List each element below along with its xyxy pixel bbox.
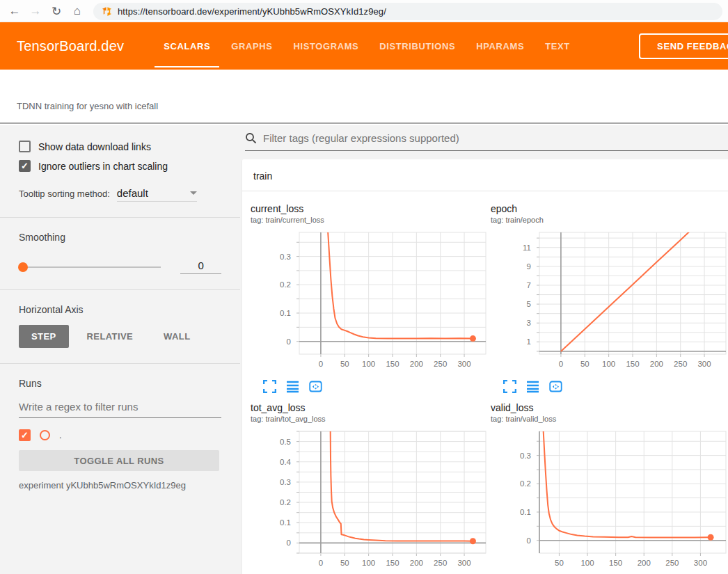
chart-valid-loss: valid_loss tag: train/valid_loss 5010015… — [491, 401, 728, 574]
svg-text:150: 150 — [386, 360, 399, 368]
run-name: . — [59, 430, 62, 440]
tooltip-sorting-row: Tooltip sorting method: default — [19, 187, 221, 202]
url-bar[interactable]: https://tensorboard.dev/experiment/yKUbh… — [93, 3, 722, 20]
svg-text:0: 0 — [319, 360, 323, 368]
fullscreen-icon[interactable] — [503, 380, 516, 393]
tab-histograms[interactable]: HISTOGRAMS — [283, 22, 369, 70]
tooltip-sorting-select[interactable]: default — [117, 187, 197, 202]
chart-epoch: epoch tag: train/epoch 05010015020025030… — [491, 202, 728, 393]
svg-text:150: 150 — [626, 360, 639, 368]
tab-distributions[interactable]: DISTRIBUTIONS — [369, 22, 466, 70]
smoothing-label: Smoothing — [19, 232, 221, 243]
divider — [0, 217, 240, 218]
svg-text:100: 100 — [580, 559, 594, 567]
svg-text:3: 3 — [527, 319, 531, 327]
svg-text:300: 300 — [694, 559, 707, 567]
svg-text:100: 100 — [362, 360, 375, 368]
svg-text:0: 0 — [527, 536, 531, 545]
svg-text:100: 100 — [362, 559, 375, 567]
divider — [0, 363, 240, 364]
step-button[interactable]: STEP — [19, 325, 69, 348]
chart-title: valid_loss — [491, 401, 728, 414]
svg-text:0: 0 — [559, 360, 563, 368]
horizontal-axis-label: Horizontal Axis — [19, 304, 221, 315]
runs-list-icon[interactable] — [286, 380, 299, 393]
runs-filter-input[interactable]: Write a regex to filter runs — [19, 401, 221, 418]
smoothing-value[interactable]: 0 — [180, 260, 221, 274]
filter-tags-placeholder: Filter tags (regular expressions support… — [263, 132, 459, 144]
svg-text:0.1: 0.1 — [280, 518, 291, 527]
svg-text:0: 0 — [287, 539, 291, 547]
experiment-title-band: TDNN training for yesno with icefall — [0, 70, 728, 124]
chart-title: epoch — [491, 202, 728, 215]
svg-text:0.2: 0.2 — [520, 479, 531, 488]
run-checkbox[interactable]: ✓ — [19, 429, 31, 441]
fit-data-icon[interactable] — [309, 380, 322, 393]
svg-text:5: 5 — [527, 300, 531, 308]
forward-icon[interactable]: → — [26, 2, 45, 20]
relative-button[interactable]: RELATIVE — [74, 325, 146, 348]
tab-text[interactable]: TEXT — [535, 22, 580, 70]
app-logo: TensorBoard.dev — [17, 38, 124, 54]
runs-list-icon[interactable] — [526, 380, 539, 393]
run-color-swatch — [40, 430, 50, 440]
divider — [0, 289, 240, 290]
content: Show data download links ✓ Ignore outlie… — [0, 125, 728, 574]
svg-text:150: 150 — [386, 559, 399, 567]
charts-grid: current_loss tag: train/current_loss 050… — [242, 191, 728, 574]
ignore-outliers-label: Ignore outliers in chart scaling — [38, 161, 168, 172]
line-chart[interactable]: 05010015020025030000.10.20.30.40.5 — [251, 426, 487, 574]
toggle-all-runs-button[interactable]: TOGGLE ALL RUNS — [19, 450, 219, 471]
back-icon[interactable]: ← — [6, 2, 24, 20]
home-icon[interactable]: ⌂ — [68, 2, 86, 20]
svg-text:0.3: 0.3 — [280, 478, 291, 486]
chart-toolbar — [503, 380, 728, 393]
tab-graphs[interactable]: GRAPHS — [221, 22, 283, 70]
ignore-outliers-checkbox[interactable]: ✓ — [19, 160, 31, 172]
settings-sidebar: Show data download links ✓ Ignore outlie… — [0, 125, 240, 574]
nav-tabs: SCALARS GRAPHS HISTOGRAMS DISTRIBUTIONS … — [153, 22, 580, 70]
filter-tags-input[interactable]: Filter tags (regular expressions support… — [245, 131, 728, 151]
section-title[interactable]: train — [242, 159, 728, 191]
run-row[interactable]: ✓ . — [19, 429, 221, 441]
smoothing-slider[interactable] — [19, 266, 161, 268]
svg-text:100: 100 — [602, 360, 615, 368]
svg-text:9: 9 — [527, 262, 531, 271]
svg-text:50: 50 — [555, 559, 564, 567]
svg-text:250: 250 — [434, 559, 447, 567]
smoothing-slider-thumb[interactable] — [18, 262, 28, 272]
show-download-links-row[interactable]: Show data download links — [19, 141, 221, 152]
svg-text:1: 1 — [527, 337, 531, 346]
svg-text:0.2: 0.2 — [280, 498, 291, 507]
search-icon — [245, 132, 257, 144]
line-chart[interactable]: 05010015020025030000.10.20.3 — [251, 227, 487, 375]
page: { "browser": { "url": "https://tensorboa… — [0, 0, 728, 574]
chart-title: tot_avg_loss — [251, 401, 491, 414]
svg-text:0.5: 0.5 — [280, 438, 291, 446]
ignore-outliers-row[interactable]: ✓ Ignore outliers in chart scaling — [19, 160, 221, 172]
svg-text:300: 300 — [457, 559, 470, 567]
line-chart[interactable]: 5010015020025030000.10.20.3 — [491, 426, 727, 574]
svg-text:0.4: 0.4 — [280, 458, 292, 466]
chart-tot-avg-loss: tot_avg_loss tag: train/tot_avg_loss 050… — [251, 401, 491, 574]
horizontal-axis-buttons: STEP RELATIVE WALL — [19, 325, 221, 348]
tab-scalars[interactable]: SCALARS — [153, 22, 221, 70]
tab-hparams[interactable]: HPARAMS — [466, 22, 535, 70]
browser-toolbar: ← → ↻ ⌂ https://tensorboard.dev/experime… — [0, 0, 728, 22]
chevron-down-icon — [190, 191, 197, 195]
chart-toolbar — [263, 380, 491, 393]
svg-text:250: 250 — [434, 360, 447, 368]
send-feedback-button[interactable]: SEND FEEDBACK — [639, 33, 728, 59]
svg-text:11: 11 — [523, 244, 531, 252]
smoothing-slider-row: 0 — [19, 260, 221, 274]
app-header: TensorBoard.dev SCALARS GRAPHS HISTOGRAM… — [0, 22, 728, 70]
url-text: https://tensorboard.dev/experiment/yKUbh… — [118, 6, 386, 17]
svg-text:0.3: 0.3 — [280, 253, 291, 261]
reload-icon[interactable]: ↻ — [47, 2, 65, 20]
fullscreen-icon[interactable] — [263, 380, 276, 393]
wall-button[interactable]: WALL — [151, 325, 203, 348]
fit-data-icon[interactable] — [549, 380, 562, 393]
show-download-links-checkbox[interactable] — [19, 141, 31, 152]
svg-text:50: 50 — [580, 360, 589, 368]
line-chart[interactable]: 0501001502002503001357911 — [491, 227, 727, 375]
